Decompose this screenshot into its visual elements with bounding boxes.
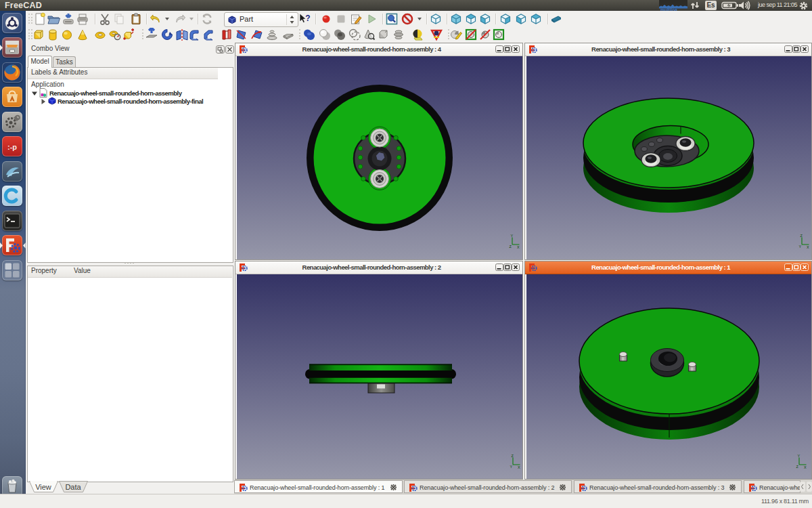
svg-text:X: X [518, 465, 520, 469]
svg-text:Y: Y [510, 465, 513, 469]
svg-text:Z: Z [796, 465, 799, 469]
svg-text:Y: Y [799, 245, 802, 249]
svg-text:X: X [804, 465, 807, 469]
svg-text:Y: Y [511, 234, 514, 238]
svg-text:X: X [807, 245, 809, 249]
svg-text:Z: Z [512, 454, 514, 458]
svg-text:View: View [35, 483, 51, 491]
svg-text:?: ? [305, 14, 310, 23]
svg-text:Y: Y [798, 454, 800, 458]
svg-text:Z: Z [510, 245, 512, 249]
svg-text:Data: Data [65, 483, 81, 491]
svg-text::-p: :-p [7, 143, 17, 151]
svg-text:X: X [517, 245, 520, 249]
svg-text:Z: Z [800, 234, 803, 238]
